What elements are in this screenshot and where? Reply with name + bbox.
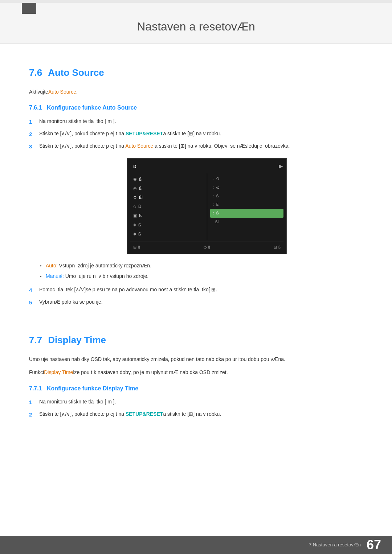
osd-left-item-1: ◉ ß bbox=[130, 175, 207, 184]
osd-left-panel: ◉ ß ◎ ß ⚙ ßl ◇ ß bbox=[130, 173, 207, 240]
osd-left-label-1: ß bbox=[139, 176, 142, 183]
auto-source-link-step3: Auto Source bbox=[125, 143, 153, 149]
osd-right-bullet-4: : bbox=[213, 202, 214, 208]
osd-left-label-2: ß bbox=[139, 185, 142, 192]
bookmark-decoration bbox=[22, 3, 36, 14]
section-77-heading: 7.7 Display Time bbox=[29, 333, 363, 348]
osd-menu-content: ◉ ß ◎ ß ⚙ ßl ◇ ß bbox=[130, 173, 283, 240]
setup-reset-link-1: SETUP&RESET bbox=[126, 131, 163, 136]
osd-left-item-5: ▣ ß bbox=[130, 211, 207, 220]
header-section: Nastaven a resetovÆn bbox=[0, 3, 392, 44]
activate-link: Auto Source bbox=[48, 89, 76, 95]
bullet-manual: ● Manuał: Umo uje ru n v b r vstupn ho z… bbox=[40, 272, 363, 280]
section-77-steps: 1 Na monitoru stiskn te tla tko [ m ]. 2… bbox=[29, 398, 363, 419]
osd-right-label-1: Ω bbox=[216, 176, 219, 182]
osd-bottom-icon-right: ⊡ ß bbox=[274, 244, 281, 251]
step-77-1-num: 1 bbox=[29, 398, 35, 407]
subsection-771-heading: 7.7.1 Konfigurace funkce Display Time bbox=[29, 384, 363, 393]
bullet-manual-text: Manuał: Umo uje ru n v b r vstupn ho zdr… bbox=[46, 272, 148, 280]
display-time-link: Display Time bbox=[44, 369, 73, 375]
step-76-3-num: 3 bbox=[29, 142, 35, 151]
activate-paragraph: AktivujteAuto Source. bbox=[29, 88, 363, 96]
osd-left-item-6: ◈ ß bbox=[130, 221, 207, 230]
osd-left-icon-4: ◇ bbox=[133, 204, 136, 210]
osd-left-icon-7: ◆ bbox=[133, 231, 136, 237]
manual-label: Manuał: bbox=[46, 273, 64, 279]
activate-suffix: . bbox=[76, 89, 78, 95]
page-footer: 7 Nastaven a resetovÆn 67 bbox=[0, 536, 392, 554]
step-76-1: 1 Na monitoru stiskn te tla tko [ m ]. bbox=[29, 118, 363, 126]
osd-left-item-7: ◆ ß bbox=[130, 230, 207, 239]
osd-bottom-icon-left-symbol: ⊞ bbox=[133, 244, 136, 251]
section-76-steps-4-5: 4 Pomoc tla tek [∧/∨]se p esu te na po a… bbox=[29, 286, 363, 307]
osd-bottom-icon-right-label: ß bbox=[278, 245, 281, 250]
auto-manual-bullets: ● Auto: Vstupn zdroj je automaticky rozp… bbox=[40, 262, 363, 280]
footer-page-number: 67 bbox=[367, 534, 381, 554]
auto-label: Auto: bbox=[46, 263, 58, 268]
top-bar bbox=[0, 0, 392, 3]
subsection-771-number: 7.7.1 bbox=[29, 385, 42, 391]
osd-title-bar: ß ▶ bbox=[130, 161, 283, 172]
step-76-4: 4 Pomoc tla tek [∧/∨]se p esu te na po a… bbox=[29, 286, 363, 295]
osd-right-label-5: ß bbox=[216, 210, 219, 217]
osd-gear-icon: ⚙ bbox=[133, 194, 137, 201]
osd-left-item-4: ◇ ß bbox=[130, 202, 207, 211]
osd-left-icon-6: ◈ bbox=[133, 222, 136, 228]
section-76-number: 7.6 bbox=[29, 65, 42, 81]
osd-right-bullet-1: : bbox=[213, 176, 214, 182]
step-77-2-num: 2 bbox=[29, 410, 35, 419]
osd-right-label-2: ω bbox=[216, 184, 220, 191]
osd-bottom-icon-mid-label: ß bbox=[208, 245, 210, 250]
osd-left-label-7: ß bbox=[138, 231, 141, 238]
osd-left-item-2: ◎ ß bbox=[130, 184, 207, 193]
section-77-para2-after: lze pou t k nastaven doby, po je m uplyn… bbox=[73, 369, 228, 375]
bullet-auto-text: Auto: Vstupn zdroj je automaticky rozpoz… bbox=[46, 262, 151, 270]
section-76-title: Auto Source bbox=[48, 65, 104, 81]
osd-left-icon-1: ◉ bbox=[133, 176, 137, 182]
osd-left-item-3: ⚙ ßl bbox=[130, 193, 207, 202]
step-76-2-num: 2 bbox=[29, 130, 35, 139]
step-76-5: 5 VybranÆ polo ka se pou ije. bbox=[29, 298, 363, 307]
osd-screen: ß ▶ ◉ ß ◎ ß ⚙ ßl bbox=[127, 158, 287, 255]
step-76-3-text: Stiskn te [∧/∨], pokud chcete p ej t na … bbox=[39, 142, 363, 150]
subsection-761-title: Konfigurace funkce Auto Source bbox=[47, 104, 137, 111]
osd-right-label-4: ß bbox=[216, 201, 219, 208]
bullet-dot-1: ● bbox=[40, 264, 42, 268]
step-76-4-num: 4 bbox=[29, 286, 35, 295]
osd-right-bullet-2: : bbox=[213, 185, 214, 190]
step-76-3: 3 Stiskn te [∧/∨], pokud chcete p ej t n… bbox=[29, 142, 363, 151]
osd-left-icon-2: ◎ bbox=[133, 185, 137, 192]
step-76-5-num: 5 bbox=[29, 298, 35, 307]
section-76-heading: 7.6 Auto Source bbox=[29, 65, 363, 81]
osd-left-label-6: ß bbox=[138, 222, 141, 229]
step-76-2-text: Stiskn te [∧/∨], pokud chcete p ej t na … bbox=[39, 130, 363, 138]
osd-right-item-4: : ß bbox=[210, 200, 283, 209]
step-77-1: 1 Na monitoru stiskn te tla tko [ m ]. bbox=[29, 398, 363, 407]
section-77-title: Display Time bbox=[48, 333, 106, 348]
step-76-2: 2 Stiskn te [∧/∨], pokud chcete p ej t n… bbox=[29, 130, 363, 139]
osd-bottom-icon-mid-symbol: ◇ bbox=[204, 244, 207, 251]
osd-bottom-icon-right-symbol: ⊡ bbox=[274, 244, 277, 251]
bullet-auto: ● Auto: Vstupn zdroj je automaticky rozp… bbox=[40, 262, 363, 270]
step-76-5-text: VybranÆ polo ka se pou ije. bbox=[39, 298, 363, 306]
osd-right-item-6: ßl bbox=[210, 218, 283, 226]
section-divider bbox=[29, 318, 363, 318]
osd-arrow: ▶ bbox=[279, 162, 283, 170]
section-77-para1: Umo uje nastaven nab dky OSD tak, aby au… bbox=[29, 355, 363, 363]
activate-prefix: Aktivujte bbox=[29, 89, 48, 95]
step-76-1-num: 1 bbox=[29, 118, 35, 126]
osd-right-item-2: : ω bbox=[210, 183, 283, 192]
osd-bottom-icon-left-label: ß bbox=[138, 245, 140, 250]
osd-right-item-5: : ß bbox=[210, 209, 283, 218]
subsection-761-heading: 7.6.1 Konfigurace funkce Auto Source bbox=[29, 103, 363, 112]
step-77-2: 2 Stiskn te [∧/∨], pokud chcete p ej t n… bbox=[29, 410, 363, 419]
main-content: 7.6 Auto Source AktivujteAuto Source. 7.… bbox=[0, 44, 392, 454]
section-77-para2: FunkciDisplay Timelze pou t k nastaven d… bbox=[29, 368, 363, 376]
step-76-4-text: Pomoc tla tek [∧/∨]se p esu te na po ado… bbox=[39, 286, 363, 294]
subsection-771-title: Konfigurace funkce Display Time bbox=[47, 385, 138, 391]
section-77-para2-before: Funkci bbox=[29, 369, 44, 375]
step-77-1-text: Na monitoru stiskn te tla tko [ m ]. bbox=[39, 398, 363, 406]
osd-left-label-5: ß bbox=[139, 212, 142, 219]
osd-right-item-1: : Ω bbox=[210, 175, 283, 184]
osd-bottom-bar: ⊞ ß ◇ ß ⊡ ß bbox=[130, 242, 283, 251]
